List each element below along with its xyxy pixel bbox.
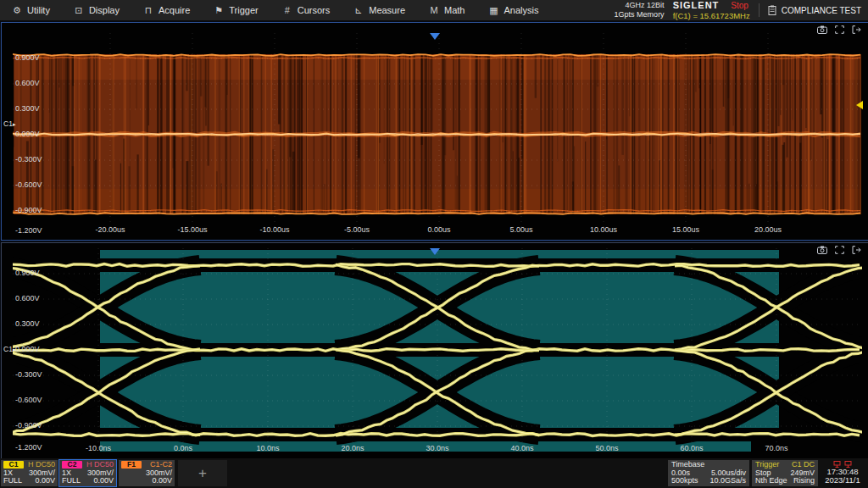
menu-acquire-label: Acquire	[159, 5, 190, 15]
bandwidth-spec: 4GHz 12Bit	[615, 1, 665, 10]
c1-offset: 0.00V	[35, 477, 55, 485]
fullscreen-icon[interactable]	[835, 25, 844, 34]
c2-bandwidth: FULL	[62, 477, 81, 485]
menu-bar: ⚙ Utility ⊡ Display ⊓ Acquire ⚑ Trigger …	[0, 0, 868, 21]
clipboard-icon	[768, 5, 776, 15]
menu-display[interactable]: ⊡ Display	[62, 0, 131, 20]
acquire-icon: ⊓	[143, 5, 153, 16]
trigger-position-marker[interactable]	[430, 33, 440, 40]
menu-math[interactable]: M Math	[417, 0, 476, 20]
menu-trigger-label: Trigger	[229, 5, 258, 15]
window-controls-top	[817, 25, 861, 34]
exit-window-icon[interactable]	[852, 246, 861, 254]
timebase-rate: 10.0GSa/s	[709, 477, 746, 485]
plus-icon: +	[198, 468, 207, 480]
c1-eye-diagram-plot[interactable]	[13, 248, 862, 452]
menu-measure[interactable]: ⊾ Measure	[342, 0, 417, 20]
menu-trigger[interactable]: ⚑ Trigger	[202, 0, 270, 20]
f1-offset: 0.00V	[152, 477, 172, 485]
math-f1-box[interactable]: F1C1-C2 300mV/ 0.00V	[119, 460, 175, 486]
waveform-window: 0.900V0.600V0.300V0.000V-0.300V-0.600V-0…	[1, 22, 868, 241]
menu-utility[interactable]: ⚙ Utility	[0, 0, 62, 20]
trigger-slope: Rising	[793, 477, 815, 485]
eye-diagram-window: 0.900V0.600V0.300V0.000V-0.300V-0.600V-0…	[1, 242, 868, 459]
channel-c2-box[interactable]: C2H DC50 1X300mV/ FULL0.00V	[59, 460, 116, 486]
compliance-test-label: COMPLIANCE TEST	[782, 6, 861, 15]
c1-channel-marker[interactable]: C1▸	[3, 119, 15, 128]
menu-analysis[interactable]: ▦ Analysis	[476, 0, 550, 20]
math-icon: M	[429, 5, 439, 15]
trigger-type: Nth Edge	[755, 477, 787, 485]
menu-analysis-label: Analysis	[504, 5, 538, 15]
frequency-readout: f(C1) = 15.61723MHz	[673, 11, 750, 20]
gear-icon: ⚙	[12, 5, 22, 16]
memory-spec: 1Gpts Memory	[615, 10, 665, 19]
c1-bandwidth: FULL	[3, 477, 22, 485]
camera-icon[interactable]	[817, 25, 827, 34]
scope-specs: 4GHz 12Bit 1Gpts Memory	[615, 1, 665, 19]
brand-logo: SIGLENT	[673, 1, 720, 10]
add-channel-box[interactable]: +	[178, 460, 227, 486]
menu-cursors[interactable]: # Cursors	[270, 0, 342, 20]
exit-window-icon[interactable]	[852, 25, 861, 34]
menu-cursors-label: Cursors	[298, 5, 331, 15]
flag-icon: ⚑	[214, 5, 224, 16]
compliance-test-button[interactable]: COMPLIANCE TEST	[759, 3, 868, 17]
status-bar: C1H DC50 1X300mV/ FULL0.00V C2H DC50 1X3…	[0, 458, 868, 488]
clock-date: 2023/11/1	[819, 476, 866, 485]
camera-icon[interactable]	[817, 246, 827, 254]
fullscreen-icon[interactable]	[835, 246, 844, 254]
timebase-box[interactable]: Timebase 0.00s5.00us/div 500kpts10.0GSa/…	[668, 460, 749, 486]
menu-acquire[interactable]: ⊓ Acquire	[131, 0, 202, 20]
display-icon: ⊡	[74, 5, 84, 16]
c1-channel-marker[interactable]: C1▸	[3, 345, 15, 353]
window-controls-bottom	[817, 246, 861, 254]
c1-waveform-plot[interactable]	[13, 33, 862, 236]
analysis-icon: ▦	[488, 5, 498, 16]
menu-utility-label: Utility	[27, 5, 50, 15]
brand-block: SIGLENTStop f(C1) = 15.61723MHz	[673, 1, 750, 20]
acquisition-status: Stop	[731, 1, 748, 10]
trigger-box[interactable]: TriggerC1 DC Stop249mV Nth EdgeRising	[752, 460, 818, 486]
c2-offset: 0.00V	[93, 477, 114, 485]
measure-icon: ⊾	[353, 5, 364, 16]
menu-math-label: Math	[444, 5, 465, 15]
channel-c1-box[interactable]: C1H DC50 1X300mV/ FULL0.00V	[1, 460, 58, 486]
f1-badge: F1	[121, 461, 142, 469]
timebase-points: 500kpts	[671, 477, 698, 485]
c2-badge: C2	[62, 461, 82, 469]
trigger-level-marker[interactable]	[856, 101, 863, 109]
trigger-position-marker[interactable]	[430, 248, 440, 255]
menu-display-label: Display	[89, 5, 120, 15]
cursors-icon: #	[282, 5, 292, 15]
clock-block: 17:30:48 2023/11/1	[819, 460, 866, 485]
c1-badge: C1	[3, 461, 24, 469]
menu-measure-label: Measure	[369, 5, 405, 15]
oscilloscope-screen: ⚙ Utility ⊡ Display ⊓ Acquire ⚑ Trigger …	[0, 0, 868, 488]
